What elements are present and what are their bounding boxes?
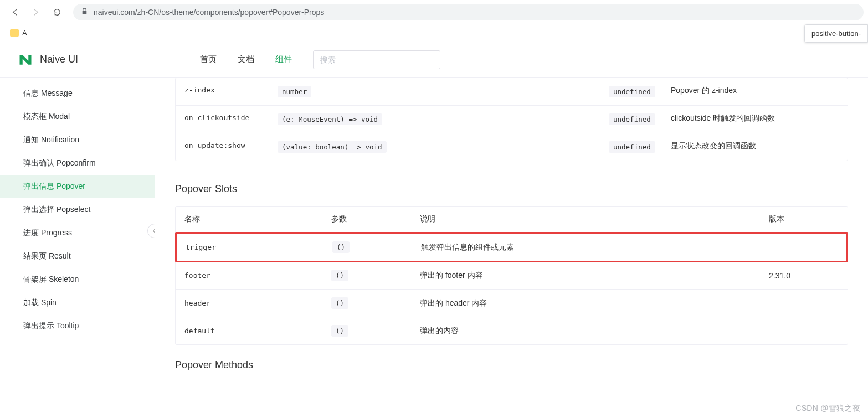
slot-row: trigger()触发弹出信息的组件或元素	[175, 232, 848, 262]
reload-button[interactable]	[48, 4, 66, 20]
prop-desc: clickoutside 时触发的回调函数	[671, 113, 839, 123]
slot-param: ()	[331, 325, 420, 337]
bookmark-label: A	[22, 29, 27, 37]
back-button[interactable]	[6, 4, 24, 20]
slots-table-header: 名称 参数 说明 版本	[176, 207, 848, 233]
browser-toolbar: naiveui.com/zh-CN/os-theme/components/po…	[0, 0, 868, 24]
search-input[interactable]	[313, 50, 440, 69]
slot-name: footer	[184, 271, 331, 280]
sidebar-item-1[interactable]: 模态框 Modal	[0, 105, 155, 128]
prop-type: (e: MouseEvent) => void	[278, 113, 609, 125]
sidebar-item-5[interactable]: 弹出选择 Popselect	[0, 198, 155, 221]
sidebar-item-6[interactable]: 进度 Progress	[0, 221, 155, 245]
col-header-desc: 说明	[420, 214, 769, 224]
slot-row: header()弹出的 header 内容	[176, 290, 848, 317]
slot-name: trigger	[186, 243, 332, 251]
prop-desc: 显示状态改变的回调函数	[671, 141, 839, 151]
slot-desc: 弹出的内容	[420, 326, 769, 336]
slots-section-title: Popover Slots	[175, 183, 848, 195]
prop-desc: Popover 的 z-index	[671, 86, 839, 96]
nav-item-1[interactable]: 文档	[238, 54, 254, 65]
sidebar: 信息 Message模态框 Modal通知 Notification弹出确认 P…	[0, 78, 155, 418]
sidebar-item-7[interactable]: 结果页 Result	[0, 245, 155, 268]
slot-row: footer()弹出的 footer 内容2.31.0	[176, 262, 848, 290]
nav-item-2[interactable]: 组件	[275, 54, 292, 65]
sidebar-item-8[interactable]: 骨架屏 Skeleton	[0, 268, 155, 291]
main-content: z-indexnumberundefinedPopover 的 z-indexo…	[155, 78, 868, 418]
sidebar-item-10[interactable]: 弹出提示 Tooltip	[0, 314, 155, 338]
sidebar-item-3[interactable]: 弹出确认 Popconfirm	[0, 152, 155, 175]
sidebar-item-4[interactable]: 弹出信息 Popover	[0, 175, 155, 198]
props-row: on-update:show(value: boolean) => voidun…	[176, 133, 848, 161]
props-row: on-clickoutside(e: MouseEvent) => voidun…	[176, 106, 848, 133]
slot-name: header	[184, 299, 331, 307]
sidebar-item-2[interactable]: 通知 Notification	[0, 128, 155, 152]
col-header-version: 版本	[769, 214, 839, 224]
status-tooltip: positive-button-	[804, 24, 868, 43]
bookmark-folder[interactable]: A	[6, 28, 32, 38]
slot-param: ()	[332, 241, 421, 253]
props-table: z-indexnumberundefinedPopover 的 z-indexo…	[175, 78, 848, 161]
sidebar-item-9[interactable]: 加载 Spin	[0, 291, 155, 314]
slot-desc: 弹出的 footer 内容	[420, 271, 769, 281]
folder-icon	[10, 29, 19, 37]
prop-type: number	[278, 86, 609, 97]
prop-type: (value: boolean) => void	[278, 141, 609, 153]
logo-text: Naive UI	[40, 54, 78, 65]
bookmarks-bar: A	[0, 24, 868, 42]
slot-row: default()弹出的内容	[176, 317, 848, 344]
slot-param: ()	[331, 297, 420, 309]
slot-desc: 弹出的 header 内容	[420, 298, 769, 308]
slot-name: default	[184, 327, 331, 335]
watermark: CSDN @雪狼之夜	[795, 404, 860, 414]
methods-section-title: Popover Methods	[175, 359, 848, 371]
address-bar[interactable]: naiveui.com/zh-CN/os-theme/components/po…	[73, 4, 864, 20]
app-header: Naive UI 首页文档组件	[0, 42, 868, 78]
forward-button[interactable]	[27, 4, 45, 20]
col-header-param: 参数	[331, 214, 420, 224]
prop-default: undefined	[609, 86, 671, 97]
prop-default: undefined	[609, 141, 671, 153]
slot-version: 2.31.0	[769, 271, 839, 280]
nav-items: 首页文档组件	[200, 54, 292, 65]
logo-icon	[18, 52, 33, 68]
slot-param: ()	[331, 270, 420, 281]
nav-item-0[interactable]: 首页	[200, 54, 217, 65]
prop-name: z-index	[184, 86, 278, 94]
prop-name: on-update:show	[184, 141, 278, 149]
sidebar-item-0[interactable]: 信息 Message	[0, 82, 155, 105]
slots-table: 名称 参数 说明 版本 trigger()触发弹出信息的组件或元素footer(…	[175, 206, 848, 345]
prop-default: undefined	[609, 113, 671, 125]
props-row: z-indexnumberundefinedPopover 的 z-index	[176, 78, 848, 106]
chevron-left-icon	[151, 228, 155, 234]
url-text: naiveui.com/zh-CN/os-theme/components/po…	[94, 8, 324, 17]
col-header-name: 名称	[184, 214, 331, 224]
lock-icon	[81, 8, 88, 17]
logo[interactable]: Naive UI	[18, 52, 78, 68]
prop-name: on-clickoutside	[184, 113, 278, 122]
slot-desc: 触发弹出信息的组件或元素	[421, 242, 770, 252]
